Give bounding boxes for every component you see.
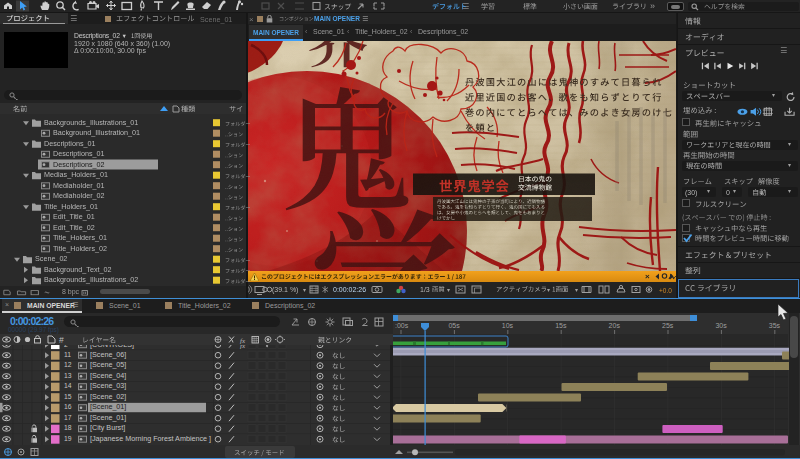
svg-text:#: # [59, 335, 64, 345]
svg-text:30s: 30s [715, 322, 727, 329]
svg-text::00s: :00s [395, 322, 409, 329]
svg-text:fx: fx [240, 345, 246, 350]
svg-text:25s: 25s [662, 322, 674, 329]
svg-text:[CONTROLS]: [CONTROLS] [90, 345, 134, 349]
svg-text:fx: fx [240, 337, 246, 345]
svg-text:2: 2 [64, 345, 68, 348]
svg-text:15s: 15s [555, 322, 567, 329]
svg-text:20s: 20s [609, 322, 621, 329]
svg-text:35s: 35s [769, 322, 781, 329]
svg-text:05s: 05s [448, 322, 460, 329]
svg-text:10s: 10s [502, 322, 514, 329]
